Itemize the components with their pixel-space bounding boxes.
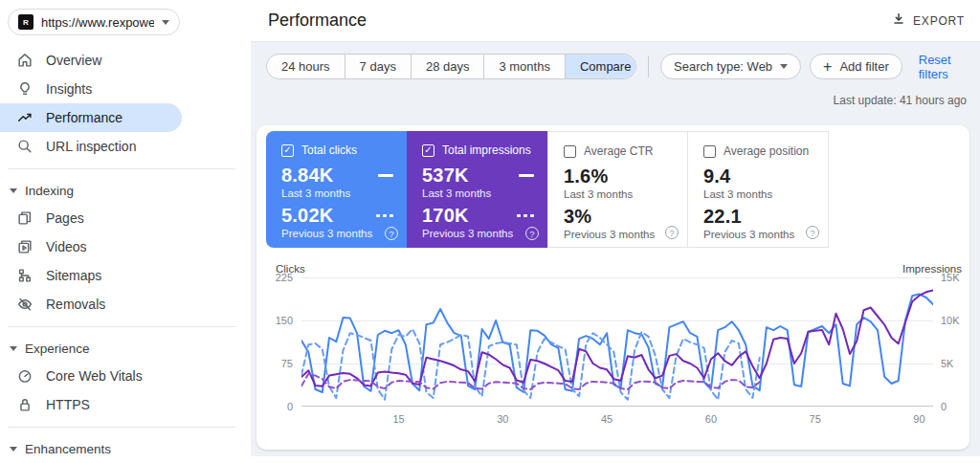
range-24-hours[interactable]: 24 hours: [267, 55, 345, 78]
x-axis-tick: 15: [392, 413, 404, 425]
tile-previous-label: Previous 3 months: [281, 228, 393, 239]
site-favicon: R: [18, 14, 33, 30]
sidebar-item-label: Videos: [46, 239, 87, 254]
tile-previous-label: Previous 3 months: [422, 228, 534, 239]
main-area: Performance EXPORT 24 hours 7 days 28 da…: [251, 0, 980, 463]
tile-previous-label: Previous 3 months: [703, 229, 814, 240]
chevron-down-icon: [162, 20, 169, 25]
search-console-app: R https://www.rexpower... Overview Insig…: [0, 0, 980, 463]
help-icon[interactable]: ?: [806, 226, 819, 239]
sidebar-item-label: Removals: [46, 297, 105, 312]
checkbox-unchecked-icon: [564, 145, 576, 158]
x-axis-tick: 45: [601, 413, 612, 425]
right-axis-tick: 10K: [941, 315, 960, 327]
export-label: EXPORT: [913, 14, 965, 28]
search-type-filter[interactable]: Search type: Web: [660, 54, 801, 79]
checkbox-unchecked-icon: [703, 145, 716, 158]
solid-line-legend-icon: [519, 174, 534, 177]
x-axis-tick: 75: [810, 413, 821, 425]
sidebar-section-enhancements[interactable]: Enhancements: [0, 435, 251, 462]
tile-average-ctr[interactable]: Average CTR 1.6% Last 3 months 3% Previo…: [547, 131, 688, 248]
add-filter-button[interactable]: + Add filter: [810, 54, 902, 79]
sidebar-section-experience[interactable]: Experience: [0, 335, 251, 362]
section-header-label: Experience: [25, 342, 90, 356]
sidebar-item-videos[interactable]: Videos: [0, 232, 251, 261]
eye-off-icon: [16, 296, 33, 313]
sidebar-section-indexing[interactable]: Indexing: [0, 177, 251, 204]
lock-icon: [16, 396, 33, 413]
compare-label: Compare: [580, 59, 631, 74]
tile-previous-value: 22.1: [703, 206, 742, 228]
range-3-months[interactable]: 3 months: [483, 55, 564, 78]
x-axis-tick: 90: [913, 413, 924, 425]
dashed-line-legend-icon: [376, 214, 393, 217]
property-selector[interactable]: R https://www.rexpower...: [8, 9, 180, 35]
section-header-label: Enhancements: [25, 442, 111, 456]
add-filter-label: Add filter: [839, 59, 888, 74]
sidebar-item-label: URL inspection: [46, 139, 136, 154]
sidebar-item-label: Sitemaps: [46, 268, 101, 283]
reset-filters-link[interactable]: Reset filters: [919, 53, 980, 81]
right-axis-tick: 15K: [941, 272, 960, 284]
left-axis-tick: 75: [260, 358, 293, 370]
tile-label: Average position: [724, 144, 809, 158]
trending-up-icon: [16, 109, 33, 126]
tile-current-label: Last 3 months: [281, 187, 393, 199]
topbar: Performance EXPORT: [251, 0, 980, 42]
range-compare[interactable]: Compare: [565, 55, 636, 78]
chart-plot-area[interactable]: [301, 277, 933, 407]
tile-current-value: 9.4: [703, 165, 730, 187]
lightbulb-icon: [16, 80, 33, 98]
speedometer-icon: [16, 367, 33, 385]
sidebar-divider: [8, 326, 235, 327]
tile-current-label: Last 3 months: [703, 188, 814, 200]
sidebar-item-insights[interactable]: Insights: [0, 75, 251, 103]
sidebar-item-sitemaps[interactable]: Sitemaps: [0, 261, 251, 290]
last-update-text: Last update: 41 hours ago: [251, 94, 967, 107]
sidebar-item-https[interactable]: HTTPS: [0, 390, 251, 419]
home-icon: [16, 52, 33, 69]
filter-divider: [648, 56, 649, 77]
sidebar-item-url-inspection[interactable]: URL inspection: [0, 132, 251, 161]
help-icon[interactable]: ?: [665, 226, 679, 239]
tile-current-label: Last 3 months: [564, 188, 674, 200]
right-axis-tick: 5K: [941, 358, 953, 370]
filter-row: 24 hours 7 days 28 days 3 months Compare…: [266, 54, 980, 79]
export-button[interactable]: EXPORT: [891, 0, 965, 42]
sidebar-item-label: Pages: [46, 210, 84, 226]
metric-tile-row: ✓ Total clicks 8.84K Last 3 months 5.02K: [266, 131, 829, 248]
range-28-days[interactable]: 28 days: [411, 55, 484, 78]
tile-total-impressions[interactable]: ✓ Total impressions 537K Last 3 months 1…: [407, 131, 547, 248]
sidebar-item-performance[interactable]: Performance: [0, 103, 182, 132]
tile-label: Average CTR: [584, 144, 653, 158]
help-icon[interactable]: ?: [385, 227, 398, 240]
sidebar-item-core-web-vitals[interactable]: Core Web Vitals: [0, 362, 251, 390]
sidebar-nav: Overview Insights Performance URL inspec…: [0, 46, 251, 463]
sidebar-item-removals[interactable]: Removals: [0, 290, 251, 319]
dashed-line-legend-icon: [517, 214, 534, 217]
range-7-days[interactable]: 7 days: [345, 55, 411, 78]
date-range-group: 24 hours 7 days 28 days 3 months Compare: [266, 54, 636, 79]
tile-label: Total clicks: [301, 143, 357, 157]
collapse-arrow-icon: [10, 447, 17, 452]
sidebar-item-overview[interactable]: Overview: [0, 46, 251, 75]
sidebar-item-label: Core Web Vitals: [46, 368, 143, 384]
tile-total-clicks[interactable]: ✓ Total clicks 8.84K Last 3 months 5.02K: [266, 131, 407, 248]
performance-panel: ✓ Total clicks 8.84K Last 3 months 5.02K: [256, 125, 969, 450]
tile-current-label: Last 3 months: [422, 187, 534, 199]
collapse-arrow-icon: [10, 188, 17, 193]
tile-previous-value: 170K: [422, 205, 469, 227]
sidebar-divider: [8, 168, 235, 169]
sidebar-item-pages[interactable]: Pages: [0, 204, 251, 232]
search-icon: [16, 138, 33, 155]
sidebar-item-label: Overview: [46, 53, 101, 68]
help-icon[interactable]: ?: [525, 227, 539, 240]
tile-average-position[interactable]: Average position 9.4 Last 3 months 22.1 …: [688, 131, 829, 248]
performance-chart[interactable]: Clicks Impressions 225 150 75 0 15K 10K …: [256, 250, 969, 450]
left-axis-tick: 0: [260, 401, 293, 413]
chevron-down-icon: [780, 64, 788, 69]
tile-previous-value: 5.02K: [281, 205, 333, 227]
tile-previous-value: 3%: [564, 206, 591, 228]
sidebar: R https://www.rexpower... Overview Insig…: [0, 0, 251, 463]
download-icon: [891, 11, 906, 31]
